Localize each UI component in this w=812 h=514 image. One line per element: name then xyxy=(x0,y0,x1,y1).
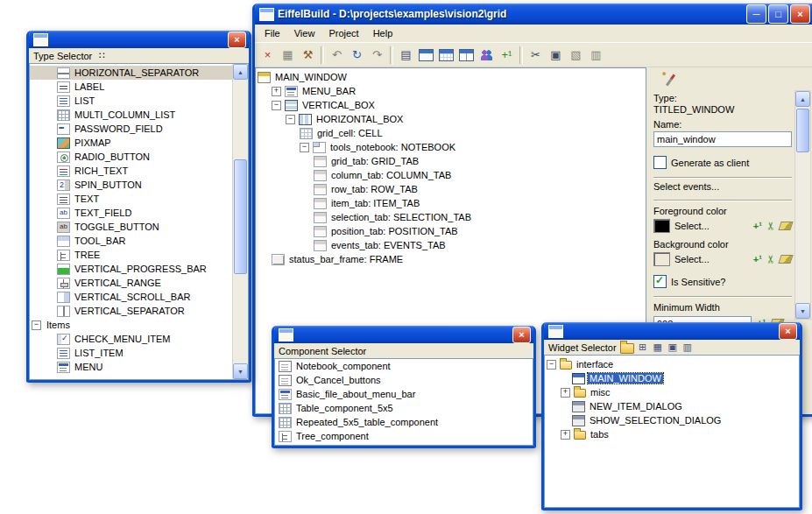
tree-row[interactable]: + MENU_BAR xyxy=(256,84,646,98)
expander-icon[interactable]: − xyxy=(547,360,556,370)
tree-row[interactable]: VERTICAL_RANGE xyxy=(30,276,248,290)
expander-icon[interactable]: + xyxy=(272,87,281,96)
tree-row[interactable]: SPIN_BUTTON xyxy=(30,178,248,192)
paste-button[interactable]: ▧ xyxy=(566,46,586,65)
tree-row[interactable]: TREE xyxy=(30,248,248,262)
list-item[interactable]: Basic_file_about_menu_bar xyxy=(275,387,533,401)
list-item[interactable]: Repeated_5x5_table_component xyxy=(275,415,533,429)
expander-icon[interactable]: − xyxy=(300,143,309,152)
tree-row[interactable]: item_tab: ITEM_TAB xyxy=(256,196,646,210)
tree-row[interactable]: events_tab: EVENTS_TAB xyxy=(256,238,646,252)
tree-row[interactable]: selection_tab: SELECTION_TAB xyxy=(256,210,646,224)
list-item[interactable]: Ok_Cancel_buttons xyxy=(275,373,533,387)
scroll-up-button[interactable]: ▲ xyxy=(233,64,248,80)
expander-icon[interactable]: + xyxy=(561,430,570,440)
tree-row[interactable]: LIST_ITEM xyxy=(30,346,248,360)
scroll-thumb[interactable] xyxy=(234,159,247,275)
copy-button[interactable]: ▣ xyxy=(546,46,566,65)
tree-row[interactable]: VERTICAL_SCROLL_BAR xyxy=(30,290,248,304)
maximize-button[interactable]: □ xyxy=(768,4,788,24)
generate-code-button[interactable]: ▤ xyxy=(396,46,416,65)
add-one-button[interactable]: +¹ xyxy=(497,46,517,65)
tree-row[interactable]: LABEL xyxy=(30,80,248,94)
list-item[interactable]: Table_component_5x5 xyxy=(275,401,533,415)
show-users-button[interactable] xyxy=(477,46,497,65)
tree-row[interactable]: + tabs xyxy=(545,427,799,441)
tree-row[interactable]: MAIN_WINDOW xyxy=(545,371,799,385)
copy-button[interactable]: ▣ xyxy=(667,341,679,353)
new-folder-button[interactable] xyxy=(620,343,634,354)
menu-help[interactable]: Help xyxy=(366,26,400,40)
tree-row[interactable]: column_tab: COLUMN_TAB xyxy=(256,168,646,182)
scroll-down-button[interactable]: ▼ xyxy=(233,363,248,379)
tree-row[interactable]: VERTICAL_PROGRESS_BAR xyxy=(30,262,248,276)
tree-row[interactable]: − VERTICAL_BOX xyxy=(256,98,646,112)
select-events-button[interactable]: Select events... xyxy=(653,181,792,192)
categories-icon[interactable]: ∷ xyxy=(95,50,108,61)
type-selector-scrollbar[interactable]: ▲ ▼ xyxy=(232,64,248,379)
save-button[interactable]: ▦ xyxy=(278,46,298,65)
close-button[interactable]: × xyxy=(228,32,246,48)
generate-as-client-checkbox[interactable] xyxy=(653,156,667,169)
widget-selector-titlebar[interactable]: × xyxy=(544,322,800,340)
tree-row[interactable]: MULTI_COLUMN_LIST xyxy=(30,108,248,122)
tree-row[interactable]: VERTICAL_SEPARATOR xyxy=(30,304,248,318)
close-button[interactable]: × xyxy=(779,323,797,340)
tree-row[interactable]: LIST xyxy=(30,94,248,108)
foreground-pick-icon[interactable]: ✂ xyxy=(766,222,776,230)
list-item[interactable]: Tree_component xyxy=(275,429,533,443)
scroll-track[interactable] xyxy=(233,80,248,363)
background-select-button[interactable]: Select... xyxy=(674,254,749,264)
undo-button[interactable]: ↶ xyxy=(327,46,347,65)
background-reset-icon[interactable] xyxy=(778,255,793,264)
tree-row[interactable]: CHECK_MENU_ITEM xyxy=(30,332,248,346)
menu-file[interactable]: File xyxy=(258,26,287,40)
list-item[interactable]: Notebook_component xyxy=(275,359,533,373)
scroll-thumb[interactable] xyxy=(796,109,809,152)
tree-row[interactable]: MENU xyxy=(30,360,248,374)
scroll-down-button[interactable]: ▼ xyxy=(795,303,810,319)
background-pick-icon[interactable]: ✂ xyxy=(766,255,776,264)
expander-icon[interactable]: − xyxy=(272,101,281,110)
tree-row[interactable]: + misc xyxy=(545,385,799,399)
name-input[interactable] xyxy=(653,131,792,147)
expander-icon[interactable]: − xyxy=(286,115,295,124)
close-button[interactable]: × xyxy=(512,327,531,343)
foreground-reset-icon[interactable] xyxy=(778,222,793,230)
type-selector-titlebar[interactable]: × xyxy=(29,31,249,48)
tree-row[interactable]: − interface xyxy=(545,357,799,371)
menu-view[interactable]: View xyxy=(287,26,322,40)
scroll-track[interactable] xyxy=(795,107,810,303)
tree-row[interactable]: PIXMAP xyxy=(30,136,248,150)
tree-row[interactable]: NEW_ITEM_DIALOG xyxy=(545,399,799,413)
tree-row[interactable]: TOOL_BAR xyxy=(30,234,248,248)
show-component-selector-button[interactable] xyxy=(456,46,477,65)
scroll-up-button[interactable]: ▲ xyxy=(795,91,810,107)
tree-row[interactable]: grid_cell: CELL xyxy=(256,126,646,140)
tree-row[interactable]: − HORIZONTAL_BOX xyxy=(256,112,646,126)
clipboard-button[interactable]: ▥ xyxy=(586,46,606,65)
minimize-button[interactable]: ─ xyxy=(746,4,766,24)
main-titlebar[interactable]: EiffelBuild - D:\projects\examples\visio… xyxy=(255,4,812,25)
tree-row[interactable]: MAIN_WINDOW xyxy=(256,70,646,84)
redo-button[interactable]: ↷ xyxy=(367,46,387,65)
menu-project[interactable]: Project xyxy=(321,26,365,40)
paste-button[interactable]: ▥ xyxy=(681,341,694,353)
tree-row[interactable]: position_tab: POSITION_TAB xyxy=(256,224,646,238)
tree-row[interactable]: RICH_TEXT xyxy=(30,164,248,178)
tree-row[interactable]: TEXT xyxy=(30,192,248,206)
expander-icon[interactable]: + xyxy=(561,388,570,398)
tree-row[interactable]: − Items xyxy=(30,318,248,332)
tree-row[interactable]: SHOW_SELECTION_DIALOG xyxy=(545,413,799,427)
tree-row[interactable]: − tools_notebook: NOTEBOOK xyxy=(256,140,646,154)
view-grid-button[interactable]: ▦ xyxy=(652,341,664,353)
tree-row[interactable]: RADIO_BUTTON xyxy=(30,150,248,164)
foreground-select-button[interactable]: Select... xyxy=(674,221,749,231)
tree-row[interactable]: HORIZONTAL_SEPARATOR xyxy=(30,66,248,80)
component-selector-titlebar[interactable]: × xyxy=(274,326,533,343)
refresh-button[interactable]: ↻ xyxy=(347,46,367,65)
build-button[interactable]: ⚒ xyxy=(298,46,318,65)
show-main-window-button[interactable] xyxy=(416,46,436,65)
tree-row[interactable]: TEXT_FIELD xyxy=(30,206,248,220)
tree-row[interactable]: PASSWORD_FIELD xyxy=(30,122,248,136)
